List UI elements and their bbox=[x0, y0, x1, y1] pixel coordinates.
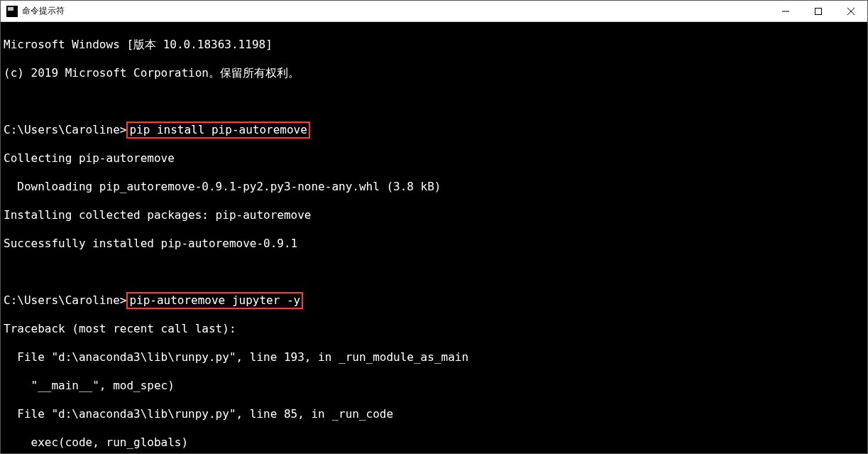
terminal-line: Collecting pip-autoremove bbox=[4, 151, 867, 166]
terminal-line: File "d:\anaconda3\lib\runpy.py", line 8… bbox=[4, 407, 867, 421]
highlighted-command: pip-autoremove jupyter -y bbox=[126, 292, 303, 309]
terminal-line bbox=[4, 94, 867, 109]
terminal-prompt-line: C:\Users\Caroline>pip install pip-autore… bbox=[4, 123, 867, 137]
terminal-line: "__main__", mod_spec) bbox=[4, 379, 867, 393]
terminal-line: Installing collected packages: pip-autor… bbox=[4, 208, 867, 222]
terminal-line: Traceback (most recent call last): bbox=[4, 322, 867, 336]
terminal-line: exec(code, run_globals) bbox=[4, 436, 867, 450]
prompt-path: C:\Users\Caroline> bbox=[4, 293, 126, 307]
terminal-line: Microsoft Windows [版本 10.0.18363.1198] bbox=[4, 38, 867, 52]
svg-rect-1 bbox=[815, 8, 822, 14]
minimize-button[interactable] bbox=[769, 1, 802, 21]
terminal-area[interactable]: Microsoft Windows [版本 10.0.18363.1198] (… bbox=[1, 22, 867, 453]
window-controls bbox=[769, 1, 867, 21]
terminal-line: (c) 2019 Microsoft Corporation。保留所有权利。 bbox=[4, 66, 867, 80]
terminal-line bbox=[4, 265, 867, 279]
cmd-icon bbox=[6, 6, 18, 17]
terminal-line: File "d:\anaconda3\lib\runpy.py", line 1… bbox=[4, 350, 867, 364]
terminal-line: Successfully installed pip-autoremove-0.… bbox=[4, 237, 867, 251]
close-button[interactable] bbox=[835, 1, 867, 21]
close-icon bbox=[847, 8, 855, 15]
maximize-button[interactable] bbox=[802, 1, 835, 21]
minimize-icon bbox=[782, 8, 789, 15]
window-titlebar: 命令提示符 bbox=[1, 1, 867, 22]
highlighted-command: pip install pip-autoremove bbox=[126, 121, 309, 139]
terminal-prompt-line: C:\Users\Caroline>pip-autoremove jupyter… bbox=[4, 293, 867, 308]
prompt-path: C:\Users\Caroline> bbox=[4, 123, 126, 136]
terminal-line: Downloading pip_autoremove-0.9.1-py2.py3… bbox=[4, 180, 867, 194]
maximize-icon bbox=[815, 8, 822, 15]
window-title: 命令提示符 bbox=[22, 5, 65, 17]
